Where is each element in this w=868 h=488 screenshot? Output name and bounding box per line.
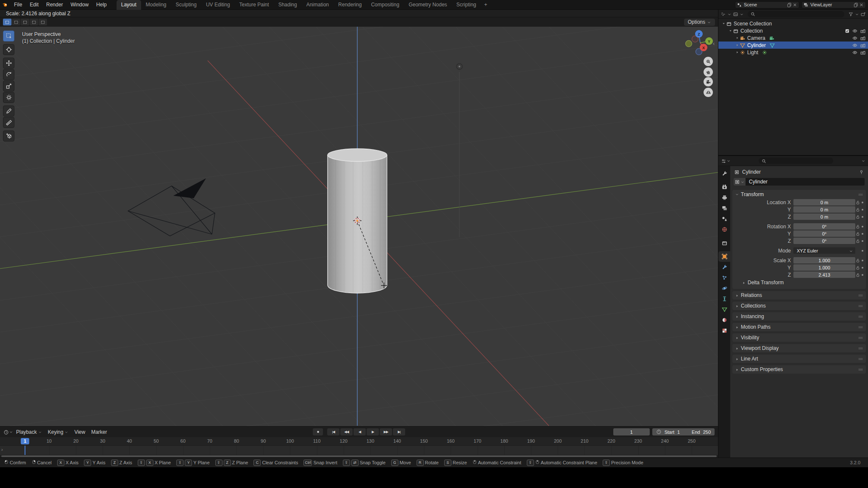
tool-cursor-button[interactable] xyxy=(3,44,14,55)
delta-transform-subpanel[interactable]: Delta Transform xyxy=(732,278,866,287)
workspace-tab-rendering[interactable]: Rendering xyxy=(334,0,366,10)
workspace-tab-uv-editing[interactable]: UV Editing xyxy=(201,0,235,10)
value-field-y[interactable]: 0° xyxy=(793,230,855,237)
panel-motion-paths[interactable]: Motion Paths xyxy=(732,322,866,332)
scrollbar-thumb[interactable] xyxy=(1,455,717,457)
animate-dot[interactable] xyxy=(860,209,864,211)
workspace-tab-layout[interactable]: Layout xyxy=(117,0,141,10)
animate-dot[interactable] xyxy=(860,240,864,242)
value-field-z[interactable]: 0 m xyxy=(793,214,855,220)
id-type-button[interactable] xyxy=(734,178,746,186)
axis-neg-y-ball[interactable] xyxy=(686,41,692,47)
navigation-gizmo[interactable]: Z Y X xyxy=(684,27,716,59)
outliner-row-collection[interactable]: Collection xyxy=(718,27,868,34)
properties-tab-texture[interactable] xyxy=(718,325,730,336)
animate-dot[interactable] xyxy=(860,250,864,252)
animate-dot[interactable] xyxy=(860,267,864,269)
timeline-ruler[interactable]: 1 10203040506070809010011012013014015016… xyxy=(0,437,718,446)
properties-tab-constraints[interactable] xyxy=(718,294,730,304)
outliner-row-camera[interactable]: Camera xyxy=(718,34,868,42)
viewport-3d[interactable]: Scale: 2.4126 along global Z Options xyxy=(0,10,718,426)
timeline-expand-chevron[interactable]: › xyxy=(1,447,3,452)
current-frame-field[interactable]: 1 xyxy=(613,428,650,435)
workspace-tab-scripting[interactable]: Scripting xyxy=(452,0,481,10)
properties-search-input[interactable] xyxy=(759,158,833,164)
value-field-y[interactable]: 1.000 xyxy=(793,264,855,271)
viewport-canvas[interactable] xyxy=(0,27,718,426)
properties-tab-world[interactable] xyxy=(718,224,730,235)
outliner-row-light[interactable]: Light xyxy=(718,49,868,56)
copy-icon[interactable] xyxy=(853,1,859,8)
record-button[interactable] xyxy=(313,428,323,435)
outliner-row-cylinder[interactable]: Cylinder xyxy=(718,42,868,49)
eye-toggle-icon[interactable] xyxy=(852,28,858,34)
workspace-tab-sculpting[interactable]: Sculpting xyxy=(171,0,201,10)
checkbox-toggle-icon[interactable] xyxy=(845,28,850,33)
workspace-tab-compositing[interactable]: Compositing xyxy=(366,0,404,10)
lock-icon[interactable] xyxy=(855,258,860,263)
lock-icon[interactable] xyxy=(855,231,860,236)
value-field-z[interactable]: 0° xyxy=(793,238,855,244)
tool-rotate-button[interactable] xyxy=(3,69,14,80)
eye-toggle-icon[interactable] xyxy=(852,49,858,55)
properties-tab-material[interactable] xyxy=(718,315,730,325)
play-button[interactable]: ▶ xyxy=(367,428,379,435)
workspace-tab-animation[interactable]: Animation xyxy=(302,0,334,10)
value-field-y[interactable]: 0 m xyxy=(793,206,855,213)
expand-down-icon[interactable] xyxy=(721,22,726,25)
timeline-menu-marker[interactable]: Marker xyxy=(88,429,110,435)
close-icon[interactable] xyxy=(859,1,864,8)
prev-keyframe-button[interactable]: ◀◀ xyxy=(340,428,353,435)
editor-type-icon[interactable] xyxy=(721,10,726,18)
grip-icon[interactable] xyxy=(858,303,863,309)
lock-icon[interactable] xyxy=(855,238,860,244)
grip-icon[interactable] xyxy=(858,191,863,197)
tool-annotate-button[interactable] xyxy=(3,105,14,116)
zoom-button[interactable] xyxy=(704,57,713,66)
pin-icon[interactable] xyxy=(859,169,864,175)
properties-tab-modifiers[interactable] xyxy=(718,262,730,272)
value-field-rotation-x[interactable]: 0° xyxy=(793,223,855,230)
camera-view-button[interactable] xyxy=(704,77,713,86)
workspace-tab-texture-paint[interactable]: Texture Paint xyxy=(235,0,274,10)
grip-icon[interactable] xyxy=(858,356,863,362)
camera-restrict-toggle-icon[interactable] xyxy=(860,28,866,34)
close-icon[interactable] xyxy=(792,1,798,8)
properties-tab-particles[interactable] xyxy=(718,272,730,283)
properties-tab-object[interactable] xyxy=(718,251,730,262)
object-name-field[interactable]: Cylinder xyxy=(746,178,865,186)
animate-dot[interactable] xyxy=(860,274,864,276)
lock-icon[interactable] xyxy=(855,224,860,229)
timeline-menu-keying[interactable]: Keying xyxy=(45,429,72,435)
grip-icon[interactable] xyxy=(858,335,863,341)
frame-range-controls[interactable]: Start 1 End 250 xyxy=(652,428,715,435)
value-field-z[interactable]: 2.413 xyxy=(793,272,855,278)
timeline-menu-view[interactable]: View xyxy=(71,429,88,435)
lock-icon[interactable] xyxy=(855,272,860,277)
jump-start-button[interactable]: |◀ xyxy=(327,428,339,435)
animate-dot[interactable] xyxy=(860,226,864,227)
tool-transform-button[interactable] xyxy=(3,92,14,103)
menu-render[interactable]: Render xyxy=(42,0,67,9)
tool-scale-button[interactable] xyxy=(3,80,14,92)
animate-dot[interactable] xyxy=(860,233,864,235)
tool-move-button[interactable] xyxy=(3,58,14,69)
properties-tab-object-data[interactable] xyxy=(718,304,730,315)
properties-tab-view-layer[interactable] xyxy=(718,203,730,214)
eye-toggle-icon[interactable] xyxy=(852,35,858,41)
panel-viewport-display[interactable]: Viewport Display xyxy=(732,344,866,353)
workspace-tab-shading[interactable]: Shading xyxy=(274,0,302,10)
select-mode-new[interactable] xyxy=(3,19,11,25)
camera-restrict-toggle-icon[interactable] xyxy=(860,49,866,55)
menu-help[interactable]: Help xyxy=(92,0,111,9)
panel-collections[interactable]: Collections xyxy=(732,301,866,311)
lock-icon[interactable] xyxy=(855,207,860,212)
workspace-tab-modeling[interactable]: Modeling xyxy=(141,0,171,10)
panel-line-art[interactable]: Line Art xyxy=(732,354,866,363)
properties-tab-physics[interactable] xyxy=(718,283,730,294)
camera-restrict-toggle-icon[interactable] xyxy=(860,42,866,48)
scene-selector[interactable]: Scene xyxy=(735,1,799,8)
properties-tab-render[interactable] xyxy=(718,182,730,192)
lock-icon[interactable] xyxy=(855,265,860,270)
select-mode-invert[interactable] xyxy=(30,19,38,25)
